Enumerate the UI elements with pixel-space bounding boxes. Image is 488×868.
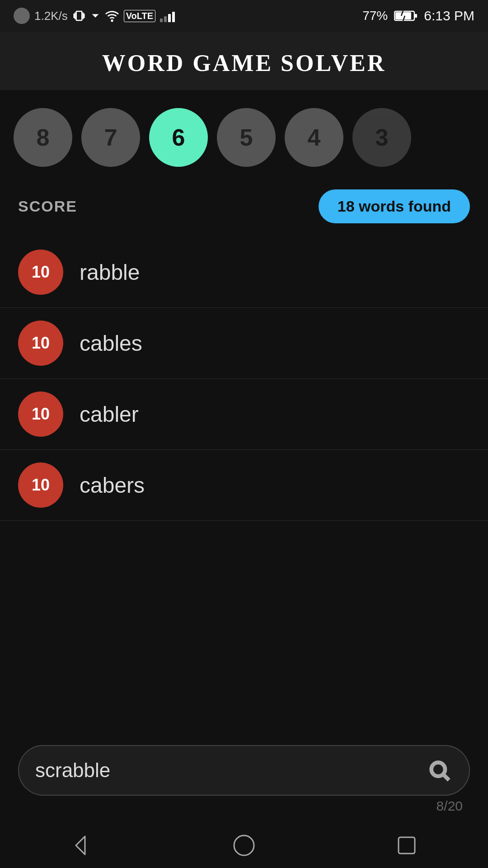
recents-icon bbox=[393, 832, 420, 859]
svg-rect-9 bbox=[395, 12, 411, 19]
word-text-0: rabble bbox=[80, 260, 140, 285]
notification-icon bbox=[14, 8, 30, 24]
status-left: 1.2K/s VoLTE bbox=[14, 8, 175, 24]
score-badge-3: 10 bbox=[18, 462, 63, 508]
dropdown-icon bbox=[90, 11, 100, 21]
battery-icon bbox=[394, 9, 418, 22]
search-area: 8/20 bbox=[0, 736, 488, 823]
search-container bbox=[18, 745, 470, 796]
length-4[interactable]: 4 bbox=[285, 108, 343, 167]
signal-bars bbox=[160, 9, 175, 22]
app-title: WORD GAME SOLVER bbox=[9, 50, 479, 76]
word-text-3: cabers bbox=[80, 473, 145, 498]
search-button[interactable] bbox=[426, 757, 453, 784]
svg-point-15 bbox=[234, 835, 254, 855]
score-badge-0: 10 bbox=[18, 250, 63, 295]
length-7[interactable]: 7 bbox=[81, 108, 140, 167]
home-button[interactable] bbox=[226, 827, 262, 863]
search-input[interactable] bbox=[35, 759, 417, 782]
app-header: WORD GAME SOLVER bbox=[0, 32, 488, 90]
score-badge-2: 10 bbox=[18, 392, 63, 437]
length-6[interactable]: 6 bbox=[149, 108, 208, 167]
back-icon bbox=[68, 832, 95, 859]
word-item-3: 10 cabers bbox=[0, 450, 488, 521]
home-icon bbox=[230, 832, 258, 859]
word-text-1: cables bbox=[80, 331, 142, 356]
svg-rect-16 bbox=[399, 837, 415, 854]
network-speed: 1.2K/s bbox=[34, 9, 68, 23]
svg-marker-5 bbox=[92, 14, 99, 17]
length-3[interactable]: 3 bbox=[352, 108, 411, 167]
status-bar: 1.2K/s VoLTE 77% bbox=[0, 0, 488, 32]
status-time: 6:13 PM bbox=[424, 8, 474, 24]
words-found-badge: 18 words found bbox=[319, 189, 470, 223]
svg-marker-14 bbox=[76, 836, 85, 854]
status-right: 77% 6:13 PM bbox=[362, 8, 474, 24]
word-item-1: 10 cables bbox=[0, 308, 488, 379]
back-button[interactable] bbox=[63, 827, 99, 863]
length-5[interactable]: 5 bbox=[217, 108, 276, 167]
svg-point-12 bbox=[432, 763, 445, 776]
battery-percent: 77% bbox=[362, 9, 388, 23]
svg-point-6 bbox=[111, 20, 113, 21]
svg-line-13 bbox=[444, 775, 449, 780]
score-badge-1: 10 bbox=[18, 321, 63, 366]
wifi-icon bbox=[105, 9, 119, 23]
score-row: SCORE 18 words found bbox=[0, 185, 488, 237]
word-text-2: cabler bbox=[80, 402, 139, 427]
word-item-2: 10 cabler bbox=[0, 379, 488, 450]
svg-rect-8 bbox=[415, 14, 417, 18]
word-list: 10 rabble 10 cables 10 cabler 10 cabers bbox=[0, 237, 488, 521]
word-length-selector: 8 7 6 5 4 3 bbox=[0, 90, 488, 185]
vibrate-icon bbox=[72, 9, 86, 23]
search-icon bbox=[427, 759, 451, 782]
svg-rect-0 bbox=[76, 11, 82, 20]
volte-badge: VoLTE bbox=[124, 10, 155, 22]
char-count: 8/20 bbox=[18, 796, 470, 814]
score-label: SCORE bbox=[18, 198, 77, 215]
length-8[interactable]: 8 bbox=[14, 108, 72, 167]
recents-button[interactable] bbox=[389, 827, 425, 863]
nav-bar bbox=[0, 823, 488, 868]
word-item-0: 10 rabble bbox=[0, 237, 488, 308]
